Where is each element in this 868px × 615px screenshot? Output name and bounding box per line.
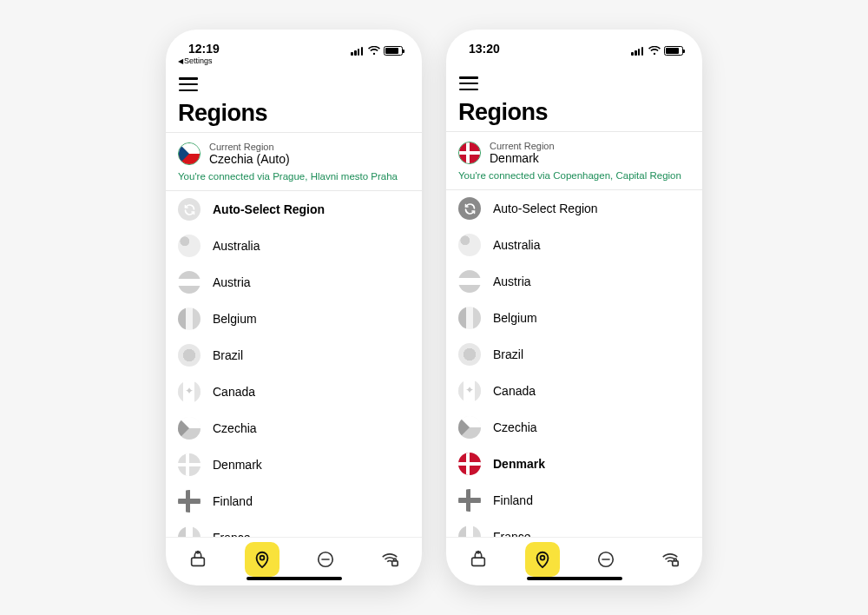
breadcrumb-spacer	[446, 56, 702, 64]
region-row[interactable]: Australia	[166, 228, 422, 264]
phone-frame: 13:20 Regions Current Region Denmark You…	[446, 30, 702, 585]
region-label: Denmark	[493, 457, 545, 471]
flag-icon	[458, 234, 481, 256]
battery-icon	[664, 46, 683, 56]
lock-router-icon[interactable]	[181, 542, 215, 577]
page-title: Regions	[178, 100, 410, 127]
signal-icon	[631, 47, 643, 56]
flag-icon	[458, 489, 481, 512]
region-row[interactable]: Austria	[166, 264, 422, 301]
flag-icon	[178, 490, 201, 512]
status-indicators	[351, 46, 403, 56]
svg-rect-5	[392, 560, 398, 565]
current-region-flag	[458, 142, 481, 164]
wifi-icon	[648, 46, 661, 56]
region-row[interactable]: France	[166, 519, 422, 537]
svg-point-8	[540, 555, 544, 559]
home-indicator[interactable]	[527, 577, 622, 580]
region-row[interactable]: Czechia	[166, 410, 422, 446]
connection-status: You're connected via Copenhagen, Capital…	[458, 170, 690, 181]
auto-select-label: Auto-Select Region	[213, 202, 325, 216]
current-region-label: Current Region	[490, 141, 555, 151]
current-region-name: Denmark	[490, 151, 555, 165]
flag-icon	[178, 526, 201, 537]
region-list[interactable]: Auto-Select Region Australia Austria Bel…	[166, 191, 422, 537]
flag-icon	[178, 417, 201, 440]
auto-select-row[interactable]: Auto-Select Region	[166, 191, 422, 228]
svg-point-7	[477, 551, 479, 552]
connection-status: You're connected via Prague, Hlavni mest…	[178, 171, 410, 182]
region-row[interactable]: France	[446, 519, 702, 537]
current-region-flag	[178, 142, 201, 165]
region-list[interactable]: Auto-Select Region Australia Austria Bel…	[446, 190, 702, 537]
region-label: Belgium	[493, 311, 537, 325]
block-icon[interactable]	[308, 542, 343, 577]
region-row[interactable]: Brazil	[166, 337, 422, 374]
region-label: Austria	[213, 275, 251, 289]
region-label: Czechia	[493, 420, 537, 434]
region-row[interactable]: Finland	[446, 482, 702, 519]
signal-icon	[351, 47, 363, 56]
flag-icon	[178, 308, 201, 330]
flag-icon	[178, 344, 201, 367]
header: Regions	[446, 64, 702, 131]
battery-icon	[384, 46, 403, 56]
menu-icon[interactable]	[459, 76, 478, 90]
region-row[interactable]: Belgium	[166, 301, 422, 337]
current-region-name: Czechia (Auto)	[209, 152, 290, 166]
flag-icon	[178, 271, 201, 294]
region-row[interactable]: Brazil	[446, 336, 702, 373]
auto-select-row[interactable]: Auto-Select Region	[446, 190, 702, 227]
region-label: Canada	[493, 384, 536, 398]
svg-rect-11	[673, 560, 678, 565]
region-label: France	[493, 530, 531, 537]
svg-rect-6	[472, 558, 485, 565]
region-label: Czechia	[213, 421, 257, 435]
region-label: Brazil	[213, 348, 243, 362]
flag-icon	[178, 380, 201, 403]
svg-point-1	[197, 551, 199, 552]
flag-icon	[458, 270, 481, 293]
phone-frame: 12:19 Settings Regions Current Region Cz…	[166, 30, 422, 585]
wifi-lock-icon[interactable]	[372, 542, 407, 577]
status-bar: 13:20	[446, 30, 702, 56]
region-label: France	[213, 531, 251, 537]
region-row[interactable]: Austria	[446, 263, 702, 300]
current-region-label: Current Region	[209, 142, 290, 152]
region-row[interactable]: Denmark	[446, 446, 702, 482]
status-bar: 12:19	[166, 30, 422, 56]
wifi-lock-icon[interactable]	[653, 542, 687, 577]
svg-rect-0	[192, 558, 205, 565]
flag-icon	[458, 380, 481, 402]
region-label: Denmark	[213, 458, 262, 472]
region-label: Brazil	[493, 347, 523, 361]
region-label: Canada	[213, 385, 255, 399]
region-row[interactable]: Australia	[446, 227, 702, 263]
region-row[interactable]: Canada	[446, 373, 702, 409]
region-label: Finland	[493, 493, 533, 507]
breadcrumb[interactable]: Settings	[166, 56, 422, 65]
lock-router-icon[interactable]	[461, 542, 496, 577]
home-indicator[interactable]	[247, 577, 342, 580]
region-label: Belgium	[213, 312, 257, 326]
flag-icon	[458, 526, 481, 537]
region-row[interactable]: Belgium	[446, 300, 702, 336]
wifi-icon	[368, 46, 380, 56]
flag-icon	[458, 307, 481, 329]
svg-point-2	[260, 555, 264, 559]
region-label: Australia	[493, 238, 540, 252]
region-label: Austria	[493, 274, 531, 288]
region-row[interactable]: Czechia	[446, 409, 702, 446]
region-row[interactable]: Canada	[166, 374, 422, 410]
menu-icon[interactable]	[179, 77, 198, 91]
location-pin-icon[interactable]	[525, 542, 560, 577]
flag-icon	[458, 453, 481, 475]
region-row[interactable]: Finland	[166, 483, 422, 519]
block-icon[interactable]	[589, 542, 623, 577]
header: Regions	[166, 65, 422, 132]
location-pin-icon[interactable]	[245, 542, 279, 577]
flag-icon	[178, 453, 201, 476]
current-region-panel: Current Region Denmark You're connected …	[446, 131, 702, 190]
page-title: Regions	[458, 99, 690, 126]
region-row[interactable]: Denmark	[166, 446, 422, 483]
